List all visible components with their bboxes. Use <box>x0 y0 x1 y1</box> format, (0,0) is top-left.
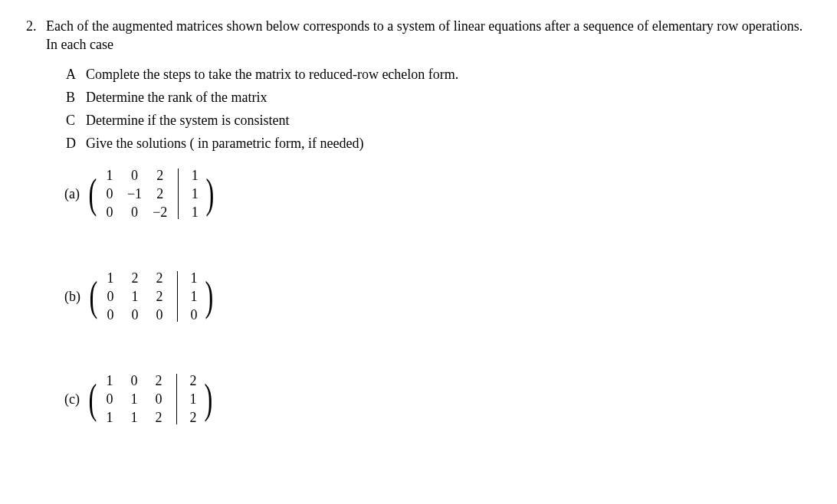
augmented-matrix: (1020−1200−2111) <box>89 165 214 222</box>
matrix-cell: 0 <box>127 203 142 221</box>
augment-bar <box>178 169 179 219</box>
matrix-cell: 1 <box>187 287 201 306</box>
coefficient-grid: 1020−1200−2 <box>98 165 172 222</box>
matrix-item: (b)(122012000110) <box>64 268 811 325</box>
matrix-cell: 1 <box>186 390 200 408</box>
matrix-cell: 1 <box>127 408 141 427</box>
matrix-cell: 0 <box>127 371 141 390</box>
subpart-label: B <box>66 88 86 106</box>
matrix-cell: 2 <box>152 408 166 427</box>
part-label: (c) <box>64 390 80 408</box>
coefficient-grid: 102010112 <box>98 371 170 427</box>
problem-body: Each of the augmented matrices shown bel… <box>46 17 811 473</box>
augment-bar <box>176 374 177 424</box>
matrix-cell: 1 <box>127 390 141 408</box>
subpart-a: A Complete the steps to take the matrix … <box>66 65 811 83</box>
subpart-text: Give the solutions ( in parametric form,… <box>86 134 363 152</box>
left-paren: ( <box>90 268 98 325</box>
right-paren: ) <box>205 268 214 325</box>
problem: 2. Each of the augmented matrices shown … <box>26 17 811 473</box>
augmented-matrix: (122012000110) <box>90 268 213 325</box>
matrix-cell: 0 <box>153 306 166 324</box>
matrix-cell: 1 <box>188 203 202 221</box>
matrix-cell: 1 <box>103 371 117 390</box>
matrix-cell: 2 <box>186 408 200 427</box>
matrix-cell: 2 <box>186 371 200 390</box>
matrix-cell: 0 <box>103 287 117 306</box>
matrix-cell: 1 <box>187 269 201 287</box>
left-paren: ( <box>89 371 97 427</box>
matrix-cell: 2 <box>153 269 166 287</box>
matrix-cell: 1 <box>103 166 117 185</box>
problem-number: 2. <box>26 17 41 35</box>
matrix-cell: 0 <box>128 306 142 324</box>
matrix-item: (a)(1020−1200−2111) <box>64 165 811 222</box>
matrix-body: 122012000110 <box>97 268 205 325</box>
subpart-list: A Complete the steps to take the matrix … <box>66 65 811 153</box>
augment-column: 110 <box>184 268 204 325</box>
subpart-text: Determine the rank of the matrix <box>86 88 267 106</box>
subpart-text: Determine if the system is consistent <box>86 111 289 129</box>
matrix-list: (a)(1020−1200−2111)(b)(122012000110)(c)(… <box>64 165 811 427</box>
matrix-cell: 0 <box>187 306 201 324</box>
subpart-c: C Determine if the system is consistent <box>66 111 811 129</box>
right-paren: ) <box>205 371 213 427</box>
matrix-cell: 1 <box>103 408 117 427</box>
subpart-text: Complete the steps to take the matrix to… <box>86 65 458 83</box>
left-paren: ( <box>89 165 97 222</box>
matrix-cell: 2 <box>128 269 142 287</box>
matrix-cell: −2 <box>153 203 167 221</box>
matrix-body: 102010112212 <box>97 371 205 427</box>
problem-intro: Each of the augmented matrices shown bel… <box>46 17 811 54</box>
augment-bar <box>177 271 178 322</box>
part-label: (b) <box>64 287 80 306</box>
matrix-cell: 0 <box>152 390 166 408</box>
right-paren: ) <box>206 165 215 222</box>
subpart-label: C <box>66 111 86 129</box>
matrix-cell: 1 <box>188 185 202 203</box>
augment-column: 111 <box>185 165 205 222</box>
subpart-label: A <box>66 65 86 83</box>
matrix-cell: −1 <box>127 185 142 203</box>
coefficient-grid: 122012000 <box>99 268 171 325</box>
matrix-cell: 2 <box>153 287 166 306</box>
matrix-cell: 1 <box>103 269 117 287</box>
matrix-cell: 1 <box>188 166 202 185</box>
matrix-cell: 2 <box>153 166 167 185</box>
subpart-label: D <box>66 134 86 152</box>
part-label: (a) <box>64 185 80 203</box>
matrix-cell: 0 <box>103 185 117 203</box>
subpart-d: D Give the solutions ( in parametric for… <box>66 134 811 152</box>
matrix-cell: 0 <box>103 306 117 324</box>
matrix-cell: 2 <box>153 185 167 203</box>
matrix-cell: 0 <box>103 203 117 221</box>
matrix-cell: 2 <box>152 371 166 390</box>
matrix-cell: 0 <box>127 166 142 185</box>
subpart-b: B Determine the rank of the matrix <box>66 88 811 106</box>
matrix-cell: 0 <box>103 390 117 408</box>
matrix-item: (c)(102010112212) <box>64 371 811 427</box>
matrix-cell: 1 <box>128 287 142 306</box>
augment-column: 212 <box>183 371 203 427</box>
augmented-matrix: (102010112212) <box>89 371 212 427</box>
matrix-body: 1020−1200−2111 <box>97 165 206 222</box>
